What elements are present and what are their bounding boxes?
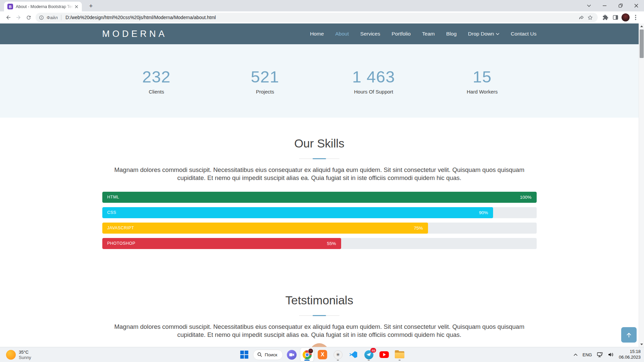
- testimonials-description: Magnam dolores commodi suscipit. Necessi…: [100, 323, 539, 339]
- start-button[interactable]: [237, 348, 251, 361]
- address-bar[interactable]: Файл D:/web%20design/html%20css%20js/htm…: [36, 13, 598, 22]
- skill-bar-javascript: JAVASCRIPT 75%: [102, 223, 537, 234]
- running-app-indicator: [368, 360, 370, 361]
- vscode-icon: [349, 350, 358, 359]
- menu-kebab-icon[interactable]: [631, 12, 641, 22]
- close-window-button[interactable]: [628, 0, 644, 11]
- stat-clients: 232 Clients: [102, 67, 211, 95]
- scrollbar-thumb[interactable]: [640, 29, 644, 58]
- active-app-indicator: [305, 360, 310, 361]
- skill-bar-photoshop: PHOTOSHOP 55%: [102, 238, 537, 249]
- skill-label: CSS: [107, 210, 116, 215]
- weather-condition: Sunny: [19, 355, 31, 360]
- tray-chevron-up-icon[interactable]: [574, 354, 578, 356]
- nav-item-team[interactable]: Team: [422, 31, 435, 37]
- browser-window: B About - Moderna Bootstrap Temp +: [0, 0, 644, 362]
- skill-percent: 100%: [520, 195, 532, 200]
- teams-chat-button[interactable]: [285, 348, 299, 361]
- extensions-puzzle-icon[interactable]: [600, 12, 610, 22]
- bookmark-star-icon[interactable]: [586, 13, 594, 22]
- xampp-button[interactable]: X: [316, 348, 329, 361]
- file-explorer-button[interactable]: [393, 348, 407, 361]
- language-indicator[interactable]: ENG: [583, 352, 592, 357]
- nav-item-portfolio[interactable]: Portfolio: [391, 31, 411, 37]
- chat-video-icon: [287, 350, 297, 360]
- new-tab-button[interactable]: +: [87, 2, 95, 10]
- site-navbar: MODERNA Home About Services Portfolio Te…: [0, 23, 639, 44]
- webpage: MODERNA Home About Services Portfolio Te…: [0, 23, 639, 347]
- testimonials-section: Tetstimonials Magnam dolores commodi sus…: [0, 253, 639, 339]
- skills-section: Our Skills Magnam dolores commodi suscip…: [0, 118, 639, 249]
- scroll-to-top-button[interactable]: [621, 327, 637, 343]
- stat-value: 232: [102, 67, 211, 86]
- title-divider: [299, 315, 339, 316]
- back-icon[interactable]: [3, 12, 13, 22]
- restore-button[interactable]: [612, 0, 628, 11]
- forward-icon[interactable]: [13, 12, 23, 22]
- testimonials-title: Tetstimonials: [0, 294, 639, 307]
- browser-tab[interactable]: B About - Moderna Bootstrap Temp: [4, 2, 82, 11]
- stat-value: 15: [428, 67, 537, 86]
- nav-item-blog[interactable]: Blog: [446, 31, 457, 37]
- stat-label: Hours Of Support: [319, 89, 428, 95]
- profile-avatar[interactable]: [621, 12, 631, 22]
- omnibox-divider: [61, 15, 61, 20]
- browser-toolbar: Файл D:/web%20design/html%20css%20js/htm…: [0, 11, 644, 23]
- url-scheme-label: Файл: [47, 15, 58, 20]
- vscode-button[interactable]: [347, 348, 360, 361]
- chrome-taskbar-button[interactable]: [301, 348, 314, 361]
- nav-item-services[interactable]: Services: [360, 31, 380, 37]
- page-info-icon[interactable]: [39, 15, 44, 20]
- bootstrap-favicon-icon: B: [7, 4, 13, 9]
- site-logo[interactable]: MODERNA: [102, 29, 167, 39]
- minimize-button[interactable]: [597, 0, 612, 11]
- stat-workers: 15 Hard Workers: [428, 67, 537, 95]
- site-menu: Home About Services Portfolio Team Blog …: [310, 31, 536, 37]
- reload-icon[interactable]: [23, 12, 34, 22]
- arrow-up-icon: [626, 331, 632, 338]
- chatgpt-button[interactable]: ✳: [331, 348, 345, 361]
- skill-label: JAVASCRIPT: [107, 226, 134, 230]
- skill-bar-css: CSS 90%: [102, 207, 537, 218]
- tab-strip: B About - Moderna Bootstrap Temp +: [0, 0, 644, 11]
- scrollbar-down-icon[interactable]: [639, 342, 644, 347]
- stat-projects: 521 Projects: [211, 67, 319, 95]
- chatgpt-icon: ✳: [333, 350, 342, 359]
- browser-scrollbar[interactable]: [639, 23, 644, 347]
- tray-date: 06.06.2023: [619, 355, 641, 360]
- taskbar-search[interactable]: Поиск: [253, 350, 283, 360]
- stat-label: Projects: [211, 89, 319, 95]
- youtube-button[interactable]: [378, 348, 391, 361]
- skill-label: HTML: [107, 195, 119, 199]
- network-icon[interactable]: [597, 352, 603, 357]
- stat-value: 1 463: [319, 67, 428, 86]
- clock[interactable]: 15:18 06.06.2023: [619, 349, 641, 360]
- weather-widget[interactable]: 35°C Sunny: [3, 349, 34, 361]
- share-icon[interactable]: [577, 13, 586, 22]
- page-viewport: MODERNA Home About Services Portfolio Te…: [0, 23, 644, 347]
- tab-title: About - Moderna Bootstrap Temp: [16, 4, 73, 9]
- youtube-icon: [380, 351, 389, 358]
- tab-close-icon[interactable]: [73, 4, 79, 9]
- side-panel-icon[interactable]: [610, 12, 621, 22]
- stat-label: Clients: [102, 89, 211, 95]
- testimonial-avatar: [310, 343, 329, 347]
- tray-time: 15:18: [619, 349, 641, 355]
- skill-bars: HTML 100% CSS 90% JAVASCRIPT 75%: [102, 192, 537, 249]
- nav-item-dropdown[interactable]: Drop Down: [468, 31, 499, 37]
- nav-item-contact[interactable]: Contact Us: [511, 31, 537, 37]
- chrome-profile-badge: [308, 348, 314, 354]
- skill-percent: 55%: [327, 241, 336, 246]
- folder-icon: [395, 351, 405, 358]
- weather-temperature: 35°C: [19, 350, 31, 355]
- nav-item-home[interactable]: Home: [310, 31, 324, 37]
- url-text[interactable]: D:/web%20design/html%20css%20js/html/Mod…: [65, 15, 577, 20]
- stat-label: Hard Workers: [428, 89, 537, 95]
- search-label: Поиск: [265, 352, 277, 357]
- scrollbar-up-icon[interactable]: [639, 23, 644, 29]
- volume-icon[interactable]: [608, 352, 614, 357]
- tab-search-chevron-icon[interactable]: [581, 0, 597, 11]
- nav-item-about[interactable]: About: [335, 31, 349, 37]
- windows-taskbar: 35°C Sunny Поиск X: [0, 347, 644, 362]
- telegram-button[interactable]: 89: [362, 348, 376, 361]
